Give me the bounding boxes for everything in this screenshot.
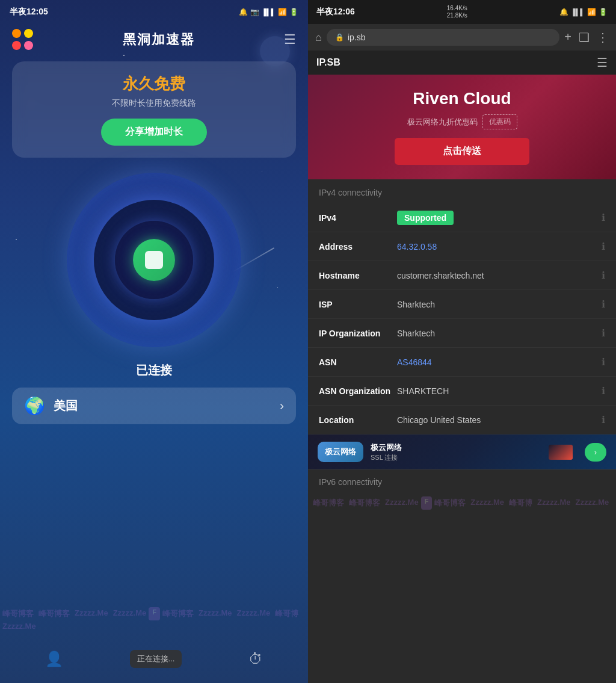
ad-banner: 极云网络 极云网络 SSL 连接 › xyxy=(308,434,616,469)
ad-thumbnails xyxy=(549,445,573,460)
status-icons-left: 🔔 📷 ▐▌▌ 📶 🔋 xyxy=(239,8,298,16)
dot-orange xyxy=(12,29,21,38)
browser-content: Riven Cloud 极云网络九折优惠码 优惠码 点击传送 IPv4 conn… xyxy=(308,75,616,683)
ip-label-asn: ASN xyxy=(319,357,397,367)
connect-icon xyxy=(145,251,163,269)
connecting-badge: 正在连接... xyxy=(130,650,182,668)
url-bar[interactable]: 🔒 ip.sb xyxy=(327,29,559,46)
connected-text: 已连接 xyxy=(136,362,172,379)
ip-hostname-value: customer.sharktech.net xyxy=(397,271,597,280)
ip-isp-value: Sharktech xyxy=(397,300,597,309)
home-button[interactable]: ⌂ xyxy=(315,31,322,44)
ip-label-hostname: Hostname xyxy=(319,271,397,280)
header-left: 黑洞加速器 ☰ xyxy=(0,24,308,55)
nav-profile[interactable]: 👤 xyxy=(45,651,63,667)
info-icon-location[interactable]: ℹ xyxy=(602,414,605,425)
ip-row-isp: ISP Sharktech ℹ xyxy=(308,290,616,319)
download-speed: 21.8K/s xyxy=(447,12,467,19)
ip-row-hostname: Hostname customer.sharktech.net ℹ xyxy=(308,261,616,290)
ip-table: IPv4 Supported ℹ Address 64.32.0.58 ℹ Ho… xyxy=(308,203,616,434)
info-icon-address[interactable]: ℹ xyxy=(602,241,605,252)
nav-timer[interactable]: ⏱ xyxy=(248,651,263,667)
lock-icon: 🔒 xyxy=(335,33,344,42)
signal-bars-right: ▐▌▌ xyxy=(571,8,585,16)
menu-icon[interactable]: ☰ xyxy=(284,32,296,48)
ad-logo: 极云网络 xyxy=(318,442,363,462)
bottom-nav-left: 👤 正在连接... ⏱ xyxy=(0,635,308,683)
ip-address-value[interactable]: 64.32.0.58 xyxy=(397,242,597,252)
battery-icon-right: 🔋 xyxy=(599,8,608,16)
browser-chrome: ⌂ 🔒 ip.sb + ❑ ⋮ xyxy=(308,24,616,51)
riven-cta-button[interactable]: 点击传送 xyxy=(395,138,529,165)
notification-icon: 🔔 xyxy=(239,8,248,16)
promo-title: 永久免费 xyxy=(26,73,282,94)
ip-row-location: Location Chicago United States ℹ xyxy=(308,406,616,434)
notification-icon-right: 🔔 xyxy=(559,8,568,16)
ip-asn-value[interactable]: AS46844 xyxy=(397,357,597,367)
logo-dots xyxy=(12,29,34,51)
ad-text: 极云网络 SSL 连接 xyxy=(371,442,541,462)
info-icon-asn[interactable]: ℹ xyxy=(602,356,605,368)
ip-label-isp: ISP xyxy=(319,300,397,309)
ad-cta-button[interactable]: › xyxy=(585,443,606,462)
ip-label-address: Address xyxy=(319,242,397,252)
time-right: 半夜12:06 xyxy=(316,7,355,17)
server-name: 美国 xyxy=(54,398,271,414)
info-icon-org[interactable]: ℹ xyxy=(602,327,605,339)
watermark-left: 峰哥博客 峰哥博客 Zzzzz.Me Zzzzz.Me F 峰哥博客 Zzzzz… xyxy=(0,607,308,632)
status-icons-right: 🔔 ▐▌▌ 📶 🔋 xyxy=(559,8,608,16)
ip-location-value: Chicago United States xyxy=(397,415,597,425)
ipv4-status-badge: Supported xyxy=(397,211,454,225)
ip-row-asn: ASN AS46844 ℹ xyxy=(308,348,616,377)
time-left: 半夜12:05 xyxy=(10,7,48,17)
hamburger-button[interactable]: ☰ xyxy=(597,55,608,70)
dot-pink xyxy=(24,41,33,50)
upload-speed: 16.4K/s xyxy=(447,5,467,12)
site-title: IP.SB xyxy=(316,57,597,68)
camera-icon: 📷 xyxy=(250,8,259,16)
battery-icon: 🔋 xyxy=(289,8,298,16)
ip-label-location: Location xyxy=(319,415,397,425)
promo-subtitle: 不限时长使用免费线路 xyxy=(26,98,282,109)
ipv6-header: IPv6 connectivity xyxy=(319,477,605,487)
coupon-box[interactable]: 优惠码 xyxy=(482,114,517,129)
ip-row-asn-org: ASN Organization SHARKTECH ℹ xyxy=(308,377,616,406)
new-tab-button[interactable]: + xyxy=(564,30,571,45)
signal-bars: ▐▌▌ xyxy=(262,8,276,16)
ip-org-value: Sharktech xyxy=(397,329,597,338)
left-panel: 半夜12:05 🔔 📷 ▐▌▌ 📶 🔋 黑洞加速器 ☰ 永久免费 不限时长使用免… xyxy=(0,0,308,683)
browser-actions: + ❑ ⋮ xyxy=(564,30,609,45)
connect-button[interactable] xyxy=(133,239,175,281)
wifi-icon-right: 📶 xyxy=(587,8,596,16)
tabs-button[interactable]: ❑ xyxy=(579,30,590,45)
ip-row-org: IP Organization Sharktech ℹ xyxy=(308,319,616,348)
dot-red xyxy=(12,41,21,50)
promo-card: 永久免费 不限时长使用免费线路 分享增加时长 xyxy=(12,61,296,158)
chevron-right-icon: › xyxy=(280,398,284,414)
info-icon-asn-org[interactable]: ℹ xyxy=(602,385,605,397)
status-bar-left: 半夜12:05 🔔 📷 ▐▌▌ 📶 🔋 xyxy=(0,0,308,24)
info-icon-ipv4[interactable]: ℹ xyxy=(602,212,605,223)
globe-icon: 🌍 xyxy=(24,396,45,416)
browser-nav: IP.SB ☰ xyxy=(308,51,616,75)
riven-subtitle: 极云网络九折优惠码 优惠码 xyxy=(320,114,604,129)
riven-banner: Riven Cloud 极云网络九折优惠码 优惠码 点击传送 xyxy=(308,75,616,179)
orbit-container xyxy=(64,170,244,350)
right-panel: 半夜12:06 16.4K/s 21.8K/s 🔔 ▐▌▌ 📶 🔋 ⌂ 🔒 ip… xyxy=(308,0,616,683)
status-bar-right: 半夜12:06 16.4K/s 21.8K/s 🔔 ▐▌▌ 📶 🔋 xyxy=(308,0,616,24)
dot-yellow xyxy=(24,29,33,38)
info-icon-hostname[interactable]: ℹ xyxy=(602,270,605,281)
ip-row-ipv4: IPv4 Supported ℹ xyxy=(308,203,616,232)
wifi-icon: 📶 xyxy=(278,8,287,16)
info-icon-isp[interactable]: ℹ xyxy=(602,298,605,310)
ip-section: IPv4 connectivity IPv4 Supported ℹ Addre… xyxy=(308,179,616,434)
app-title: 黑洞加速器 xyxy=(123,31,195,49)
server-select[interactable]: 🌍 美国 › xyxy=(12,388,296,424)
share-button[interactable]: 分享增加时长 xyxy=(101,119,207,146)
more-button[interactable]: ⋮ xyxy=(597,30,609,45)
section-header-ipv4: IPv4 connectivity xyxy=(308,179,616,203)
ip-row-address: Address 64.32.0.58 ℹ xyxy=(308,232,616,261)
ip-label-org: IP Organization xyxy=(319,329,397,338)
ip-asn-org-value: SHARKTECH xyxy=(397,386,597,396)
ip-label-ipv4: IPv4 xyxy=(319,213,397,223)
